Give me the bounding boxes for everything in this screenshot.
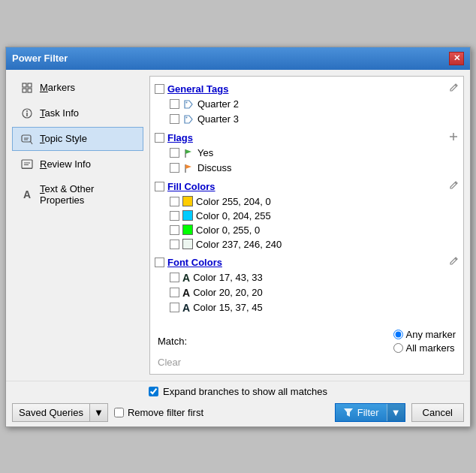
list-item: Color 0, 204, 255 bbox=[170, 209, 459, 223]
item-label-font1: Color 17, 43, 33 bbox=[193, 272, 263, 283]
nav-item-task-info[interactable]: Task Info bbox=[12, 101, 143, 125]
svg-marker-20 bbox=[185, 149, 191, 154]
topic-style-label: Topic Style bbox=[40, 133, 87, 144]
section-fill-colors: Fill Colors Color 255, 204, 0 bbox=[155, 179, 459, 252]
close-button[interactable]: ✕ bbox=[449, 52, 464, 65]
section-font-colors: Font Colors A Color 17, 43, 33 bbox=[155, 255, 459, 315]
svg-point-5 bbox=[26, 110, 28, 112]
tag-icon-q3 bbox=[182, 113, 194, 125]
expand-checkbox[interactable] bbox=[149, 387, 158, 396]
text-other-icon: A bbox=[20, 188, 34, 201]
remove-filter-checkbox[interactable] bbox=[114, 408, 124, 417]
remove-filter-label: Remove filter first bbox=[128, 407, 203, 418]
saved-queries-label: Saved Queries bbox=[13, 404, 89, 421]
section-checkbox-fill-colors[interactable] bbox=[155, 182, 164, 191]
radio-input-all[interactable] bbox=[393, 343, 403, 353]
edit-fill-colors-icon[interactable] bbox=[448, 180, 459, 193]
section-checkbox-flags[interactable] bbox=[155, 133, 164, 143]
item-label-color4: Color 237, 246, 240 bbox=[196, 239, 282, 250]
items-general-tags: Quarter 2 Quarter 3 bbox=[170, 97, 459, 127]
item-checkbox-q3[interactable] bbox=[170, 114, 179, 124]
section-header-flags: Flags bbox=[155, 130, 459, 146]
list-item: Color 255, 204, 0 bbox=[170, 194, 459, 209]
item-checkbox-font3[interactable] bbox=[170, 303, 179, 312]
footer-row: Saved Queries ▼ Remove filter first Filt… bbox=[12, 403, 464, 422]
item-label-color3: Color 0, 255, 0 bbox=[196, 224, 260, 236]
remove-filter-row: Remove filter first bbox=[114, 407, 329, 418]
section-header-general-tags: General Tags bbox=[155, 81, 459, 97]
cancel-button[interactable]: Cancel bbox=[411, 403, 464, 422]
filter-button[interactable]: Filter ▼ bbox=[335, 403, 405, 422]
text-other-label: Text & Other Properties bbox=[40, 183, 135, 206]
item-checkbox-yes[interactable] bbox=[170, 148, 179, 158]
item-label-font3: Color 15, 37, 45 bbox=[193, 302, 263, 313]
items-fill-colors: Color 255, 204, 0 Color 0, 204, 255 Colo bbox=[170, 194, 459, 252]
svg-rect-2 bbox=[23, 89, 26, 92]
edit-general-tags-icon[interactable] bbox=[448, 83, 459, 95]
match-label: Match: bbox=[158, 336, 187, 347]
clear-button[interactable]: Clear bbox=[158, 357, 181, 368]
svg-point-15 bbox=[186, 101, 188, 103]
right-panel: General Tags Quarter 2 bbox=[149, 76, 464, 375]
list-item: A Color 15, 37, 45 bbox=[170, 300, 459, 315]
review-info-label: Review Info bbox=[40, 158, 91, 170]
item-label-color2: Color 0, 204, 255 bbox=[196, 210, 271, 221]
item-checkbox-discuss[interactable] bbox=[170, 163, 179, 173]
item-checkbox-color2[interactable] bbox=[170, 211, 179, 221]
task-info-label: Task Info bbox=[40, 107, 79, 119]
item-label-font2: Color 20, 20, 20 bbox=[193, 287, 263, 298]
tag-icon-q2 bbox=[182, 98, 194, 110]
font-a-icon-3: A bbox=[182, 302, 190, 314]
topic-style-icon bbox=[20, 132, 34, 146]
window-body: Markers Task Info bbox=[6, 70, 470, 426]
radio-input-any[interactable] bbox=[393, 330, 403, 339]
list-item: Color 237, 246, 240 bbox=[170, 237, 459, 252]
list-item: Color 0, 255, 0 bbox=[170, 223, 459, 237]
item-label-yes: Yes bbox=[197, 147, 213, 158]
power-filter-window: Power Filter ✕ Markers bbox=[5, 47, 471, 427]
flag-icon-yes bbox=[182, 147, 194, 159]
section-checkbox-font-colors[interactable] bbox=[155, 258, 164, 267]
item-label-q3: Quarter 3 bbox=[197, 113, 239, 125]
review-info-icon bbox=[20, 158, 34, 171]
list-item: A Color 20, 20, 20 bbox=[170, 285, 459, 300]
item-checkbox-color3[interactable] bbox=[170, 225, 179, 235]
radio-any-marker[interactable]: Any marker bbox=[393, 329, 456, 340]
filter-icon bbox=[343, 407, 354, 417]
items-flags: Yes Discuss bbox=[170, 146, 459, 176]
font-a-icon-2: A bbox=[182, 287, 190, 299]
color-swatch-2 bbox=[182, 210, 193, 221]
item-checkbox-color1[interactable] bbox=[170, 197, 179, 206]
list-item: Quarter 3 bbox=[170, 112, 459, 127]
item-label-q2: Quarter 2 bbox=[197, 98, 239, 110]
edit-font-colors-icon[interactable] bbox=[448, 256, 459, 269]
section-title-flags: Flags bbox=[167, 132, 445, 143]
markers-label: Markers bbox=[40, 82, 75, 93]
item-label-discuss: Discuss bbox=[197, 162, 232, 173]
section-checkbox-general-tags[interactable] bbox=[155, 84, 164, 94]
item-checkbox-q2[interactable] bbox=[170, 99, 179, 109]
saved-queries-button[interactable]: Saved Queries ▼ bbox=[12, 403, 108, 422]
title-bar: Power Filter ✕ bbox=[6, 47, 470, 70]
nav-item-markers[interactable]: Markers bbox=[12, 76, 143, 100]
add-flags-icon[interactable] bbox=[448, 131, 459, 144]
nav-item-topic-style[interactable]: Topic Style bbox=[12, 127, 143, 151]
font-a-icon-1: A bbox=[182, 272, 190, 284]
item-checkbox-font1[interactable] bbox=[170, 273, 179, 282]
filter-label: Filter bbox=[357, 407, 379, 418]
saved-queries-dropdown-arrow[interactable]: ▼ bbox=[89, 404, 107, 421]
filter-dropdown-arrow[interactable]: ▼ bbox=[387, 404, 405, 421]
filter-list: General Tags Quarter 2 bbox=[150, 77, 463, 323]
main-area: Markers Task Info bbox=[6, 70, 470, 381]
svg-rect-10 bbox=[22, 160, 32, 168]
section-flags: Flags bbox=[155, 130, 459, 176]
svg-marker-22 bbox=[185, 164, 191, 169]
item-checkbox-font2[interactable] bbox=[170, 288, 179, 297]
nav-item-review-info[interactable]: Review Info bbox=[12, 152, 143, 176]
color-swatch-4 bbox=[182, 239, 193, 249]
radio-all-markers[interactable]: All markers bbox=[393, 342, 456, 354]
clear-row: Clear bbox=[150, 355, 463, 374]
section-header-fill-colors: Fill Colors bbox=[155, 179, 459, 194]
item-checkbox-color4[interactable] bbox=[170, 240, 179, 249]
nav-item-text-other[interactable]: A Text & Other Properties bbox=[12, 178, 143, 211]
